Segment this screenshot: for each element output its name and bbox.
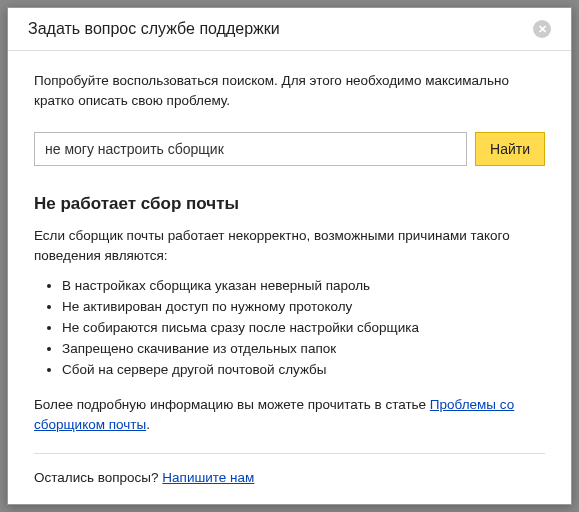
footer-prefix: Остались вопросы?	[34, 470, 162, 485]
modal-title: Задать вопрос службе поддержки	[28, 20, 280, 38]
contact-link[interactable]: Напишите нам	[162, 470, 254, 485]
section-title: Не работает сбор почты	[34, 194, 545, 214]
list-item: Не активирован доступ по нужному протоко…	[62, 297, 545, 318]
search-button[interactable]: Найти	[475, 132, 545, 166]
section-lead: Если сборщик почты работает некорректно,…	[34, 226, 545, 267]
intro-text: Попробуйте воспользоваться поиском. Для …	[34, 71, 545, 112]
more-info-suffix: .	[146, 417, 150, 432]
search-row: Найти	[34, 132, 545, 166]
close-icon[interactable]: ✕	[533, 20, 551, 38]
modal-header: Задать вопрос службе поддержки ✕	[8, 8, 571, 51]
list-item: Не собираются письма сразу после настрой…	[62, 318, 545, 339]
divider	[34, 453, 545, 454]
modal-body: Попробуйте воспользоваться поиском. Для …	[8, 51, 571, 504]
more-info-prefix: Более подробную информацию вы можете про…	[34, 397, 430, 412]
list-item: Сбой на сервере другой почтовой службы	[62, 360, 545, 381]
reasons-list: В настройках сборщика указан неверный па…	[34, 276, 545, 381]
list-item: Запрещено скачивание из отдельных папок	[62, 339, 545, 360]
list-item: В настройках сборщика указан неверный па…	[62, 276, 545, 297]
more-info: Более подробную информацию вы можете про…	[34, 395, 545, 436]
footer-text: Остались вопросы? Напишите нам	[34, 470, 545, 485]
support-modal: Задать вопрос службе поддержки ✕ Попробу…	[7, 7, 572, 505]
search-input[interactable]	[34, 132, 467, 166]
